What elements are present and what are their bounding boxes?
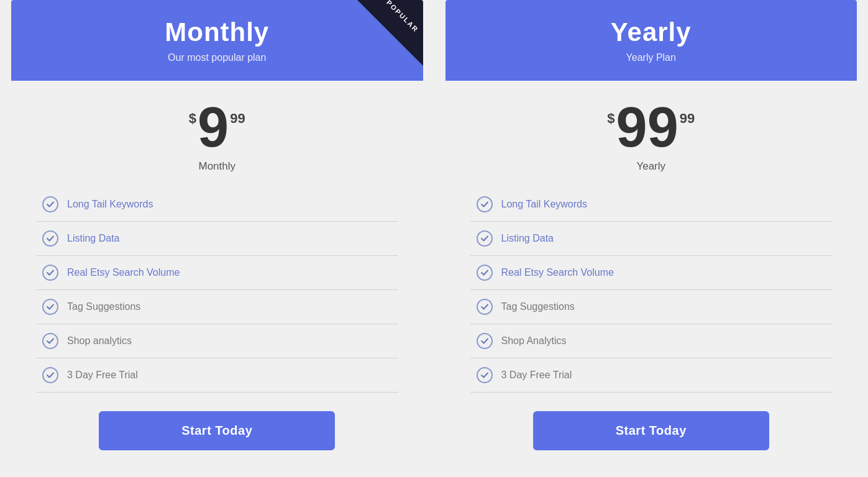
feature-text: Tag Suggestions	[67, 301, 140, 312]
check-icon	[42, 367, 58, 383]
features-list-yearly: Long Tail Keywords Listing Data Real Ets…	[470, 188, 833, 393]
price-dollar-monthly: $	[189, 111, 196, 127]
feature-text: Listing Data	[67, 233, 120, 244]
price-dollar-yearly: $	[607, 111, 614, 127]
features-list-monthly: Long Tail Keywords Listing Data Real Ets…	[36, 188, 398, 393]
plan-title-monthly: Monthly	[24, 17, 411, 47]
plan-header-yearly: YearlyYearly Plan	[445, 0, 857, 81]
feature-text: Long Tail Keywords	[501, 199, 587, 210]
feature-text: 3 Day Free Trial	[67, 370, 138, 381]
price-area-monthly: $999	[189, 99, 245, 155]
price-cents-yearly: 99	[680, 111, 695, 127]
feature-text: 3 Day Free Trial	[501, 370, 572, 381]
feature-text: Tag Suggestions	[501, 301, 575, 312]
price-main-monthly: 9	[198, 99, 229, 155]
start-button-yearly[interactable]: Start Today	[533, 411, 769, 450]
feature-text: Long Tail Keywords	[67, 199, 153, 210]
plan-body-monthly: $999Monthly Long Tail Keywords Listing D…	[11, 81, 423, 477]
list-item: Tag Suggestions	[36, 290, 398, 324]
check-icon	[477, 333, 493, 349]
popular-badge-text: POPULAR	[380, 0, 423, 39]
list-item: 3 Day Free Trial	[470, 358, 833, 393]
check-icon	[477, 196, 493, 212]
check-icon	[42, 196, 58, 212]
list-item: Real Etsy Search Volume	[36, 256, 398, 290]
feature-text: Shop analytics	[67, 335, 132, 347]
check-icon	[42, 299, 58, 315]
list-item: Listing Data	[36, 222, 398, 256]
check-icon	[477, 367, 493, 383]
list-item: Long Tail Keywords	[470, 188, 833, 222]
list-item: Shop Analytics	[470, 324, 833, 358]
check-icon	[477, 299, 493, 315]
price-main-yearly: 99	[616, 99, 678, 155]
list-item: 3 Day Free Trial	[36, 358, 398, 393]
plan-title-yearly: Yearly	[458, 17, 845, 47]
plan-card-yearly: YearlyYearly Plan$9999Yearly Long Tail K…	[445, 0, 857, 477]
price-period-monthly: Monthly	[198, 160, 235, 173]
feature-text: Listing Data	[501, 233, 554, 244]
price-cents-monthly: 99	[230, 111, 245, 127]
price-period-yearly: Yearly	[636, 160, 665, 173]
plan-body-yearly: $9999Yearly Long Tail Keywords Listing D…	[445, 81, 857, 477]
pricing-container: MonthlyOur most popular planPOPULAR$999M…	[0, 0, 868, 477]
check-icon	[42, 333, 58, 349]
check-icon	[42, 265, 58, 281]
list-item: Long Tail Keywords	[36, 188, 398, 222]
popular-badge: POPULAR	[356, 0, 423, 67]
start-button-monthly[interactable]: Start Today	[99, 411, 335, 450]
feature-text: Real Etsy Search Volume	[501, 267, 614, 278]
check-icon	[477, 230, 493, 247]
check-icon	[477, 265, 493, 281]
list-item: Tag Suggestions	[470, 290, 833, 324]
plan-subtitle-monthly: Our most popular plan	[24, 52, 411, 63]
list-item: Real Etsy Search Volume	[470, 256, 833, 290]
check-icon	[42, 230, 58, 247]
plan-subtitle-yearly: Yearly Plan	[458, 52, 845, 63]
feature-text: Shop Analytics	[501, 335, 567, 347]
list-item: Shop analytics	[36, 324, 398, 358]
plan-header-monthly: MonthlyOur most popular planPOPULAR	[11, 0, 423, 81]
feature-text: Real Etsy Search Volume	[67, 267, 180, 278]
price-area-yearly: $9999	[607, 99, 695, 155]
list-item: Listing Data	[470, 222, 833, 256]
plan-card-monthly: MonthlyOur most popular planPOPULAR$999M…	[11, 0, 423, 477]
